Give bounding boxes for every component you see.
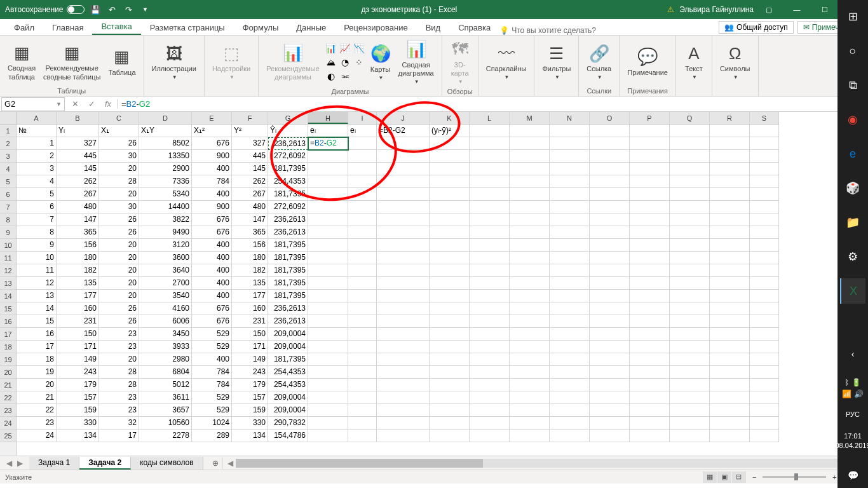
cell[interactable]: 231 [232, 315, 268, 328]
row-header-14[interactable]: 14 [0, 290, 16, 302]
tray-expand-icon[interactable]: ‹ [840, 341, 865, 367]
cell[interactable] [710, 137, 750, 150]
zoom-out-icon[interactable]: − [752, 473, 756, 481]
cell[interactable] [430, 417, 470, 430]
cell[interactable] [670, 391, 710, 404]
cell[interactable] [470, 341, 510, 353]
cell[interactable] [590, 264, 630, 277]
cell[interactable] [348, 175, 377, 188]
cell[interactable] [590, 201, 630, 214]
sheet-tab[interactable]: Задача 2 [79, 457, 131, 470]
row-header-24[interactable]: 24 [0, 417, 16, 430]
cell[interactable] [470, 125, 510, 137]
cell[interactable]: 3540 [139, 290, 192, 302]
cell[interactable] [348, 290, 377, 302]
row-header-13[interactable]: 13 [0, 277, 16, 290]
cell[interactable] [590, 353, 630, 366]
col-header-M[interactable]: M [510, 112, 550, 124]
col-header-F[interactable]: F [232, 112, 268, 124]
cell[interactable] [348, 277, 377, 290]
cell[interactable]: 182 [57, 264, 99, 277]
cell[interactable] [430, 175, 470, 188]
cell[interactable] [470, 188, 510, 201]
cell[interactable] [710, 391, 750, 404]
cell[interactable]: 14400 [139, 201, 192, 214]
cell[interactable]: 14 [17, 302, 57, 315]
cell[interactable] [470, 366, 510, 379]
cell[interactable]: X₁ [99, 125, 139, 137]
cell[interactable] [670, 264, 710, 277]
cell[interactable]: 149 [57, 353, 99, 366]
page-break-icon[interactable]: ⊟ [732, 471, 746, 483]
cell[interactable] [308, 290, 348, 302]
cell[interactable]: eᵢ [348, 125, 377, 137]
cell[interactable] [710, 290, 750, 302]
cell[interactable] [590, 315, 630, 328]
3d-map-button[interactable]: 🗺3D- карта▼ [447, 38, 473, 86]
cell[interactable] [510, 290, 550, 302]
col-header-E[interactable]: E [192, 112, 232, 124]
cell[interactable] [308, 214, 348, 226]
cell[interactable] [348, 404, 377, 417]
cell[interactable] [430, 226, 470, 239]
cell[interactable]: 10 [17, 252, 57, 264]
cell[interactable] [470, 226, 510, 239]
cell[interactable] [670, 353, 710, 366]
cell[interactable] [377, 379, 430, 391]
cell[interactable] [308, 366, 348, 379]
cell[interactable]: 262 [57, 175, 99, 188]
cell[interactable]: Yᵢ [57, 125, 99, 137]
cell[interactable] [377, 163, 430, 175]
hscroll-left-icon[interactable]: ◀ [225, 459, 236, 468]
cell[interactable] [470, 417, 510, 430]
cell[interactable] [348, 264, 377, 277]
cell[interactable]: 181,7395 [268, 277, 308, 290]
cell[interactable]: 180 [57, 252, 99, 264]
cell[interactable] [470, 239, 510, 252]
cell[interactable] [430, 366, 470, 379]
cell[interactable]: 181,7395 [268, 264, 308, 277]
cell[interactable] [630, 430, 670, 442]
filters-button[interactable]: ☰Фильтры▼ [539, 42, 573, 82]
cell[interactable] [510, 315, 550, 328]
col-header-D[interactable]: D [139, 112, 192, 124]
cell[interactable]: 7336 [139, 175, 192, 188]
cell[interactable] [710, 214, 750, 226]
cell[interactable] [750, 328, 779, 341]
cell[interactable] [308, 201, 348, 214]
cell[interactable] [630, 137, 670, 150]
tellme-search[interactable]: 💡 Что вы хотите сделать? [499, 26, 596, 35]
cell[interactable]: 3611 [139, 391, 192, 404]
cell[interactable] [510, 302, 550, 315]
cell[interactable] [510, 252, 550, 264]
cell[interactable]: 209,0004 [268, 341, 308, 353]
cell[interactable] [750, 404, 779, 417]
cell[interactable] [550, 201, 590, 214]
cell[interactable] [377, 150, 430, 163]
rec-pivot-button[interactable]: ▦Рекомендуемые сводные таблицы [41, 41, 103, 82]
cell[interactable]: 171 [232, 341, 268, 353]
cell[interactable]: 676 [192, 302, 232, 315]
cell[interactable]: 236,2613 [268, 137, 308, 150]
cell[interactable] [510, 379, 550, 391]
cell[interactable]: 20 [99, 264, 139, 277]
cell[interactable]: 529 [192, 341, 232, 353]
action-center-icon[interactable]: 💬 [840, 463, 865, 488]
cell[interactable]: 365 [232, 226, 268, 239]
tray-time[interactable]: 17:01 [835, 431, 868, 440]
cell[interactable]: 23 [99, 391, 139, 404]
cell[interactable]: 445 [232, 150, 268, 163]
line-chart-icon[interactable]: 📈 [339, 42, 351, 55]
tab-insert[interactable]: Вставка [92, 19, 140, 35]
cell[interactable] [377, 302, 430, 315]
cell[interactable] [377, 328, 430, 341]
cell[interactable] [670, 125, 710, 137]
cancel-edit-icon[interactable]: ✕ [69, 99, 81, 109]
cell[interactable] [590, 430, 630, 442]
cell[interactable] [550, 430, 590, 442]
cell[interactable]: 159 [57, 404, 99, 417]
zoom-slider[interactable] [763, 476, 826, 478]
cell[interactable] [377, 188, 430, 201]
cell[interactable]: 209,0004 [268, 391, 308, 404]
cell[interactable] [377, 137, 430, 150]
